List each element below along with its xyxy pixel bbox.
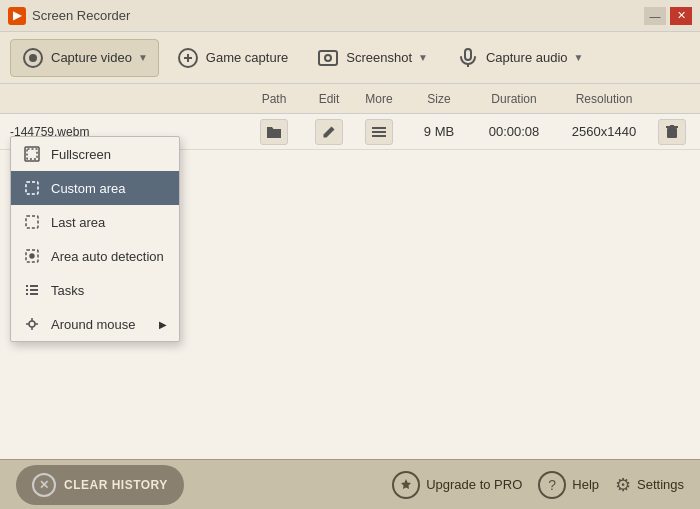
last-area-label: Last area bbox=[51, 215, 105, 230]
cell-duration: 00:00:08 bbox=[474, 124, 554, 139]
cell-edit bbox=[304, 119, 354, 145]
capture-audio-button[interactable]: Capture audio ▼ bbox=[445, 39, 595, 77]
tasks-icon bbox=[23, 281, 41, 299]
table-header: Path Edit More Size Duration Resolution bbox=[0, 84, 700, 114]
area-auto-label: Area auto detection bbox=[51, 249, 164, 264]
custom-area-label: Custom area bbox=[51, 181, 125, 196]
minimize-button[interactable]: — bbox=[644, 7, 666, 25]
capture-audio-icon bbox=[456, 46, 480, 70]
around-mouse-label: Around mouse bbox=[51, 317, 136, 332]
app-icon: ▶ bbox=[8, 7, 26, 25]
capture-audio-label: Capture audio bbox=[486, 50, 568, 65]
svg-rect-20 bbox=[30, 285, 38, 287]
area-auto-icon bbox=[23, 247, 41, 265]
capture-video-icon bbox=[21, 46, 45, 70]
svg-rect-15 bbox=[26, 182, 38, 194]
svg-rect-14 bbox=[27, 149, 37, 159]
game-capture-label: Game capture bbox=[206, 50, 288, 65]
content-area: Path Edit More Size Duration Resolution … bbox=[0, 84, 700, 459]
help-label: Help bbox=[572, 477, 599, 492]
upgrade-pro-button[interactable]: Upgrade to PRO bbox=[392, 471, 522, 499]
screenshot-label: Screenshot bbox=[346, 50, 412, 65]
screenshot-icon bbox=[316, 46, 340, 70]
last-area-icon bbox=[23, 213, 41, 231]
toolbar: Capture video ▼ Game capture Screenshot … bbox=[0, 32, 700, 84]
clear-history-button[interactable]: ✕ CLEAR HISTORY bbox=[16, 465, 184, 505]
clear-history-label: CLEAR HISTORY bbox=[64, 478, 168, 492]
bottom-right: Upgrade to PRO ? Help ⚙ Settings bbox=[392, 471, 684, 499]
svg-rect-9 bbox=[372, 135, 386, 137]
cell-size: 9 MB bbox=[404, 124, 474, 139]
svg-rect-24 bbox=[30, 293, 38, 295]
col-header-edit: Edit bbox=[304, 92, 354, 106]
svg-rect-8 bbox=[372, 131, 386, 133]
game-capture-button[interactable]: Game capture bbox=[165, 39, 299, 77]
app-title: Screen Recorder bbox=[32, 8, 130, 23]
svg-point-1 bbox=[29, 54, 37, 62]
fullscreen-label: Fullscreen bbox=[51, 147, 111, 162]
settings-icon: ⚙ bbox=[615, 474, 631, 496]
col-header-duration: Duration bbox=[474, 92, 554, 106]
svg-rect-10 bbox=[667, 128, 677, 138]
cell-delete bbox=[654, 119, 690, 145]
around-mouse-icon bbox=[23, 315, 41, 333]
settings-label: Settings bbox=[637, 477, 684, 492]
more-button[interactable] bbox=[365, 119, 393, 145]
close-button[interactable]: ✕ bbox=[670, 7, 692, 25]
title-bar-controls: — ✕ bbox=[644, 7, 692, 25]
menu-item-tasks[interactable]: Tasks bbox=[11, 273, 179, 307]
delete-button[interactable] bbox=[658, 119, 686, 145]
capture-audio-arrow: ▼ bbox=[574, 52, 584, 63]
col-header-more: More bbox=[354, 92, 404, 106]
menu-item-area-auto[interactable]: Area auto detection bbox=[11, 239, 179, 273]
game-capture-icon bbox=[176, 46, 200, 70]
svg-rect-3 bbox=[319, 51, 337, 65]
upgrade-pro-label: Upgrade to PRO bbox=[426, 477, 522, 492]
svg-rect-5 bbox=[465, 49, 471, 60]
bottom-bar: ✕ CLEAR HISTORY Upgrade to PRO ? Help ⚙ … bbox=[0, 459, 700, 509]
col-header-size: Size bbox=[404, 92, 474, 106]
clear-history-icon: ✕ bbox=[32, 473, 56, 497]
svg-rect-7 bbox=[372, 127, 386, 129]
edit-button[interactable] bbox=[315, 119, 343, 145]
menu-item-last-area[interactable]: Last area bbox=[11, 205, 179, 239]
upgrade-pro-icon bbox=[392, 471, 420, 499]
svg-rect-16 bbox=[26, 216, 38, 228]
col-header-resolution: Resolution bbox=[554, 92, 654, 106]
open-folder-button[interactable] bbox=[260, 119, 288, 145]
help-icon: ? bbox=[538, 471, 566, 499]
cell-more bbox=[354, 119, 404, 145]
capture-video-dropdown: Fullscreen Custom area Last area bbox=[10, 136, 180, 342]
fullscreen-icon bbox=[23, 145, 41, 163]
capture-video-label: Capture video bbox=[51, 50, 132, 65]
tasks-label: Tasks bbox=[51, 283, 84, 298]
menu-item-fullscreen[interactable]: Fullscreen bbox=[11, 137, 179, 171]
col-header-path: Path bbox=[244, 92, 304, 106]
screenshot-arrow: ▼ bbox=[418, 52, 428, 63]
cell-resolution: 2560x1440 bbox=[554, 124, 654, 139]
svg-rect-12 bbox=[670, 125, 674, 127]
svg-point-25 bbox=[29, 321, 35, 327]
help-button[interactable]: ? Help bbox=[538, 471, 599, 499]
svg-rect-23 bbox=[26, 293, 28, 295]
menu-item-custom-area[interactable]: Custom area bbox=[11, 171, 179, 205]
settings-button[interactable]: ⚙ Settings bbox=[615, 474, 684, 496]
svg-rect-19 bbox=[26, 285, 28, 287]
around-mouse-arrow: ▶ bbox=[159, 319, 167, 330]
capture-video-arrow: ▼ bbox=[138, 52, 148, 63]
screenshot-button[interactable]: Screenshot ▼ bbox=[305, 39, 439, 77]
svg-rect-22 bbox=[30, 289, 38, 291]
svg-point-4 bbox=[325, 55, 331, 61]
title-bar: ▶ Screen Recorder — ✕ bbox=[0, 0, 700, 32]
svg-rect-21 bbox=[26, 289, 28, 291]
svg-point-18 bbox=[30, 254, 34, 258]
menu-item-around-mouse[interactable]: Around mouse ▶ bbox=[11, 307, 179, 341]
custom-area-icon bbox=[23, 179, 41, 197]
cell-path bbox=[244, 119, 304, 145]
capture-video-button[interactable]: Capture video ▼ bbox=[10, 39, 159, 77]
title-bar-left: ▶ Screen Recorder bbox=[8, 7, 130, 25]
